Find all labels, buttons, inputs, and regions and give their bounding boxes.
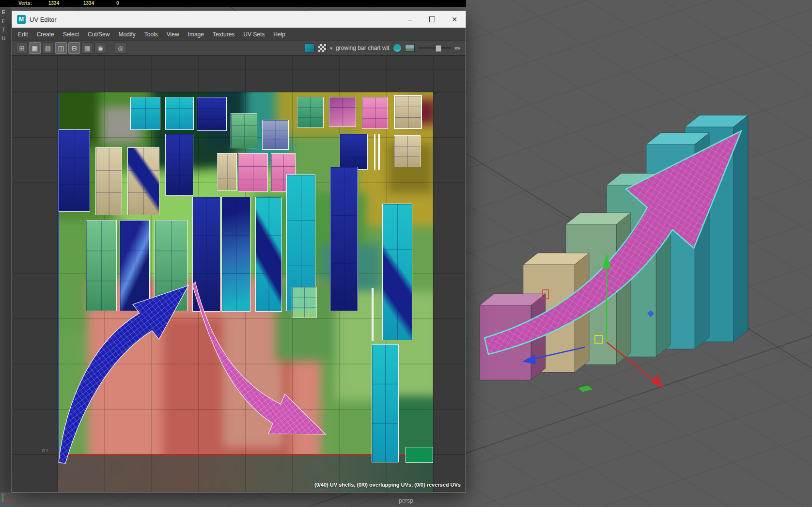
heads-up-display: Verts: 133413340: [0, 0, 466, 7]
maximize-button[interactable]: [421, 11, 443, 28]
uv-border-icon[interactable]: ◫: [55, 42, 67, 54]
hud-value: 0: [116, 0, 119, 6]
maya-logo-icon: M: [17, 15, 26, 24]
view-axis-indicator: [0, 491, 15, 507]
minimize-button[interactable]: –: [399, 11, 421, 28]
menu-view[interactable]: View: [167, 31, 179, 38]
slider-handle[interactable]: [436, 45, 441, 52]
x-axis-arrowhead[interactable]: [651, 374, 664, 388]
menu-image[interactable]: Image: [188, 31, 204, 38]
uv-distortion-icon[interactable]: ▧: [42, 42, 54, 54]
uv-status-text: (0/40) UV shells, (0/0) overlapping UVs,…: [314, 482, 461, 488]
magenta-arrow-wireframe: [192, 282, 326, 434]
menu-edit[interactable]: Edit: [18, 31, 28, 38]
hud-verts-label: Verts:: [18, 0, 32, 6]
clipped-panel-text: E: [2, 10, 5, 15]
menu-tools[interactable]: Tools: [144, 31, 158, 38]
dim-image-icon[interactable]: ◉: [94, 42, 106, 54]
blue-arrow-wireframe: [59, 285, 188, 463]
image-display-icon[interactable]: [405, 44, 415, 52]
clipped-left-panel: EFTU: [0, 7, 11, 492]
close-button[interactable]: ✕: [443, 11, 466, 28]
menu-modify[interactable]: Modify: [118, 31, 135, 38]
view-axis-z: [3, 502, 9, 506]
window-titlebar[interactable]: M UV Editor – ✕: [12, 11, 466, 28]
menu-help[interactable]: Help: [273, 31, 285, 38]
toolbar-left-group: ⊞▦▧◫⊟▦◉: [16, 42, 106, 54]
uv-canvas[interactable]: 0.1 (0/40) UV shells, (0/0) overlapping …: [12, 56, 466, 492]
menu-textures[interactable]: Textures: [213, 31, 234, 38]
close-icon: ✕: [452, 16, 457, 23]
camera-label: persp: [386, 497, 426, 504]
texture-name-dropdown[interactable]: growing bar chart wit: [336, 45, 390, 51]
clipped-panel-text: T: [2, 27, 5, 32]
menu-cut-sew[interactable]: Cut/Sew: [88, 31, 109, 38]
expand-toolbar-icon[interactable]: »»: [454, 45, 460, 51]
uv-snapshot-icon[interactable]: ◎: [115, 42, 126, 54]
menu-create[interactable]: Create: [37, 31, 54, 38]
uv-arrow-shells: [12, 56, 466, 492]
clipped-panel-text: U: [2, 36, 5, 41]
maya-app: Verts: 133413340 EFTU persp M UV Editor …: [0, 0, 812, 507]
minimize-icon: –: [408, 16, 412, 23]
uv-editor-window: M UV Editor – ✕ EditCreateSelectCut/SewM…: [12, 11, 466, 492]
view-axis-x: [3, 499, 13, 502]
menu-uv-sets[interactable]: UV Sets: [243, 31, 265, 38]
bar-6-side[interactable]: [734, 115, 748, 342]
window-title: UV Editor: [30, 16, 57, 23]
uv-edit-grid-icon[interactable]: ⊞: [16, 42, 28, 54]
menu-select[interactable]: Select: [63, 31, 79, 38]
pixel-snap-icon[interactable]: ▦: [81, 42, 93, 54]
grid-toggle-icon[interactable]: ⊟: [68, 42, 80, 54]
uv-toolbar: ⊞▦▧◫⊟▦◉ ◎ ▾ growing bar chart wit »»: [12, 40, 466, 56]
texture-thumbnail-icon[interactable]: [305, 44, 314, 52]
clipped-panel-text: F: [2, 18, 5, 24]
globe-icon[interactable]: [393, 44, 402, 52]
hud-value: 1334: [83, 0, 94, 6]
ruler-label: 0.1: [42, 448, 48, 453]
maximize-icon: [429, 16, 435, 22]
exposure-slider[interactable]: [418, 48, 451, 48]
chevron-down-icon[interactable]: ▾: [330, 46, 332, 51]
uv-texture-view-icon[interactable]: ▦: [29, 42, 41, 54]
checker-map-icon[interactable]: [318, 44, 327, 52]
menu-bar: EditCreateSelectCut/SewModifyToolsViewIm…: [12, 28, 466, 40]
toolbar-right-group: ▾ growing bar chart wit »»: [305, 44, 462, 52]
hud-value: 1334: [48, 0, 59, 6]
